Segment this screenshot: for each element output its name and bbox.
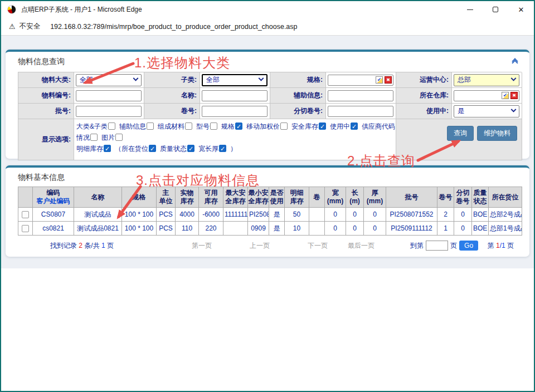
first-page-link[interactable]: 第一页 (192, 241, 212, 251)
collapse-panel-icon[interactable] (510, 59, 519, 67)
slit-roll-no-input[interactable] (328, 106, 393, 117)
last-page-link[interactable]: 最后一页 (348, 241, 374, 251)
table-cell[interactable]: 0 (325, 222, 346, 236)
sub-category-select[interactable]: 全部 (202, 74, 268, 86)
go-button[interactable]: Go (459, 241, 478, 251)
table-cell[interactable]: -6000 (199, 208, 223, 222)
warehouse-label: 所在仓库: (396, 88, 452, 104)
material-category-select[interactable]: 全部 (76, 74, 142, 86)
table-cell[interactable]: 110 (176, 222, 199, 236)
table-row[interactable]: CS0807测试成品100 * 100PCS4000-60001111111PI… (18, 208, 522, 222)
in-use-label: 使用中: (396, 104, 452, 119)
option-text: ） (230, 145, 237, 153)
moving-weighted-price-checkbox[interactable] (280, 122, 288, 130)
table-row[interactable]: cs0821测试成品0821100 * 100PCS1102200909是100… (18, 222, 522, 236)
table-cell[interactable]: 是 (269, 208, 285, 222)
clear-icon[interactable]: ✖ (385, 76, 392, 84)
table-cell[interactable]: PCS (157, 208, 176, 222)
table-cell[interactable]: 100 * 100 (122, 222, 157, 236)
batch-no-input[interactable] (76, 106, 142, 117)
table-cell[interactable]: PI25080 (248, 208, 269, 222)
in-use-checkbox[interactable] (351, 122, 358, 130)
in-use-select[interactable]: 是 (454, 105, 519, 117)
table-cell[interactable]: cs0821 (33, 222, 74, 236)
table-cell[interactable]: 0 (454, 222, 472, 236)
table-cell[interactable] (223, 222, 248, 236)
table-cell[interactable] (309, 208, 325, 222)
table-cell[interactable]: 测试成品0821 (74, 222, 122, 236)
table-cell[interactable]: 50 (285, 208, 309, 222)
table-cell[interactable]: PCS (157, 222, 176, 236)
roll-no-label: 卷号: (144, 104, 200, 119)
goto-page-input[interactable] (426, 241, 448, 251)
prev-page-link[interactable]: 上一页 (250, 241, 270, 251)
operation-center-select[interactable]: 总部 (454, 74, 519, 86)
table-cell[interactable]: 1 (437, 222, 454, 236)
table-cell[interactable]: 总部1号成品 (489, 222, 522, 236)
table-cell[interactable]: 0 (346, 222, 364, 236)
table-cell[interactable]: BOE良 (472, 208, 489, 222)
maintain-material-button[interactable]: 维护物料 (477, 126, 517, 141)
table-cell[interactable] (309, 222, 325, 236)
column-header-text: 分切 卷号 (454, 189, 471, 205)
table-cell[interactable]: PI2508071552 (386, 208, 437, 222)
table-cell[interactable]: 10 (285, 222, 309, 236)
aux-info-checkbox[interactable] (147, 122, 154, 130)
close-icon: ✕ (518, 6, 524, 13)
table-cell[interactable]: PI2509111112 (386, 222, 437, 236)
minimize-icon (467, 9, 473, 10)
clear-icon[interactable]: ✖ (510, 92, 518, 99)
row-checkbox[interactable] (22, 225, 29, 232)
aux-info-input[interactable] (328, 90, 393, 101)
row-select-cell[interactable] (18, 208, 33, 222)
table-cell[interactable]: 2 (437, 208, 454, 222)
row-checkbox[interactable] (22, 211, 29, 218)
table-cell[interactable]: 测试成品 (74, 208, 122, 222)
quality-status-checkbox[interactable] (187, 145, 194, 152)
table-cell[interactable]: 0 (364, 208, 386, 222)
table-cell[interactable]: 总部2号成品 (489, 208, 522, 222)
safety-stock-checkbox[interactable] (319, 122, 326, 130)
query-button[interactable]: 查询 (447, 126, 474, 141)
material-name-input[interactable] (202, 90, 268, 101)
table-cell[interactable]: CS0807 (33, 208, 74, 222)
lookup-edit-icon[interactable]: ✔ (376, 76, 383, 84)
model-checkbox[interactable] (210, 122, 217, 130)
table-cell[interactable]: 4000 (176, 208, 199, 222)
maximize-button[interactable] (483, 1, 508, 18)
table-cell[interactable]: 220 (199, 222, 223, 236)
table-cell[interactable]: 0 (454, 208, 472, 222)
spec-checkbox[interactable] (235, 122, 242, 130)
detail-stock-checkbox[interactable] (104, 145, 111, 152)
storage-location-checkbox[interactable] (149, 145, 156, 152)
lookup-edit-icon[interactable]: ✔ (502, 92, 509, 99)
in-use-value: 是 (458, 106, 512, 116)
column-header: 可用 库存 (199, 187, 223, 208)
column-header: 最小安 全库存 (248, 187, 269, 208)
table-cell[interactable]: 0 (325, 208, 346, 222)
table-cell[interactable]: 0 (346, 208, 364, 222)
address-bar[interactable]: ⚠ 不安全 192.168.0.32:789/mis/mrp/boe_produ… (1, 18, 534, 36)
material-code-input[interactable] (76, 90, 142, 101)
table-cell[interactable]: 0 (364, 222, 386, 236)
in-use-cell: 是 (452, 104, 522, 119)
close-button[interactable]: ✕ (508, 1, 534, 18)
table-cell[interactable]: 是 (269, 222, 285, 236)
width-length-thickness-checkbox[interactable] (219, 145, 226, 152)
table-cell[interactable]: 100 * 100 (122, 208, 157, 222)
column-header-text: 明细 库存 (285, 189, 309, 205)
composed-material-checkbox[interactable] (185, 122, 192, 130)
table-cell[interactable]: BOE良 (472, 222, 489, 236)
minimize-button[interactable] (457, 1, 483, 18)
roll-no-input[interactable] (202, 106, 268, 117)
table-cell[interactable]: 1111111 (223, 208, 248, 222)
spec-input[interactable]: ✔✖ (328, 75, 393, 86)
category-subcategory-checkbox[interactable] (108, 122, 115, 130)
table-cell[interactable]: 0909 (248, 222, 269, 236)
warehouse-input[interactable]: ✔✖ (454, 90, 519, 101)
picture-checkbox[interactable] (115, 134, 123, 141)
sub-category-label: 子类: (144, 72, 200, 88)
row-select-cell[interactable] (18, 222, 33, 236)
next-page-link[interactable]: 下一页 (308, 241, 328, 251)
ignore-stock-situation-checkbox[interactable] (90, 134, 98, 141)
